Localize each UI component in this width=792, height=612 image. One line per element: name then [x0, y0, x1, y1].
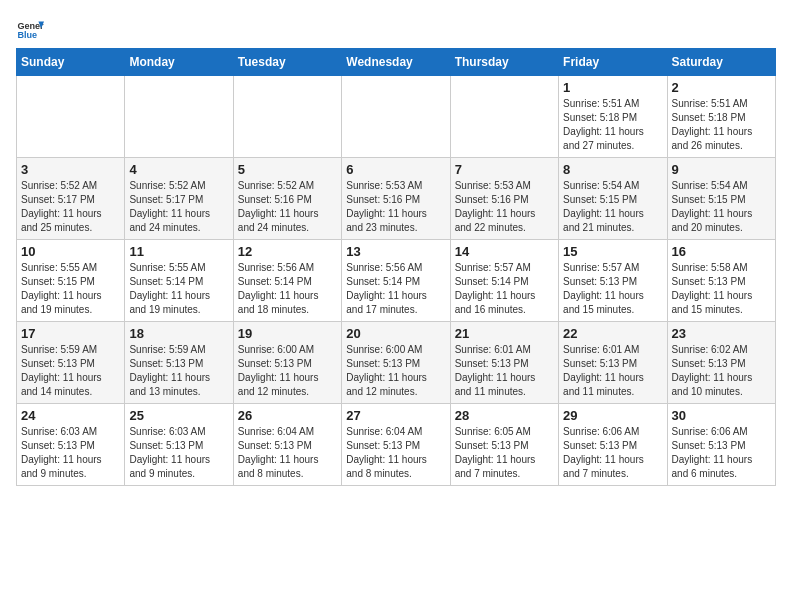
day-info: Sunrise: 5:55 AMSunset: 5:14 PMDaylight:… — [129, 261, 228, 317]
day-cell: 21Sunrise: 6:01 AMSunset: 5:13 PMDayligh… — [450, 322, 558, 404]
day-number: 10 — [21, 244, 120, 259]
day-cell: 8Sunrise: 5:54 AMSunset: 5:15 PMDaylight… — [559, 158, 667, 240]
logo: General Blue — [16, 16, 44, 44]
day-cell: 22Sunrise: 6:01 AMSunset: 5:13 PMDayligh… — [559, 322, 667, 404]
day-cell: 30Sunrise: 6:06 AMSunset: 5:13 PMDayligh… — [667, 404, 775, 486]
day-cell: 17Sunrise: 5:59 AMSunset: 5:13 PMDayligh… — [17, 322, 125, 404]
day-info: Sunrise: 5:57 AMSunset: 5:14 PMDaylight:… — [455, 261, 554, 317]
col-header-sunday: Sunday — [17, 49, 125, 76]
calendar-table: SundayMondayTuesdayWednesdayThursdayFrid… — [16, 48, 776, 486]
day-cell: 14Sunrise: 5:57 AMSunset: 5:14 PMDayligh… — [450, 240, 558, 322]
day-cell: 29Sunrise: 6:06 AMSunset: 5:13 PMDayligh… — [559, 404, 667, 486]
day-number: 20 — [346, 326, 445, 341]
day-info: Sunrise: 5:53 AMSunset: 5:16 PMDaylight:… — [346, 179, 445, 235]
day-number: 30 — [672, 408, 771, 423]
day-info: Sunrise: 6:00 AMSunset: 5:13 PMDaylight:… — [238, 343, 337, 399]
day-cell — [125, 76, 233, 158]
day-cell: 24Sunrise: 6:03 AMSunset: 5:13 PMDayligh… — [17, 404, 125, 486]
day-cell: 4Sunrise: 5:52 AMSunset: 5:17 PMDaylight… — [125, 158, 233, 240]
day-number: 6 — [346, 162, 445, 177]
day-info: Sunrise: 5:54 AMSunset: 5:15 PMDaylight:… — [672, 179, 771, 235]
day-info: Sunrise: 5:52 AMSunset: 5:16 PMDaylight:… — [238, 179, 337, 235]
week-row-3: 17Sunrise: 5:59 AMSunset: 5:13 PMDayligh… — [17, 322, 776, 404]
svg-text:Blue: Blue — [17, 30, 37, 40]
day-number: 13 — [346, 244, 445, 259]
week-row-2: 10Sunrise: 5:55 AMSunset: 5:15 PMDayligh… — [17, 240, 776, 322]
day-info: Sunrise: 5:59 AMSunset: 5:13 PMDaylight:… — [21, 343, 120, 399]
day-number: 3 — [21, 162, 120, 177]
day-info: Sunrise: 5:51 AMSunset: 5:18 PMDaylight:… — [563, 97, 662, 153]
day-cell: 11Sunrise: 5:55 AMSunset: 5:14 PMDayligh… — [125, 240, 233, 322]
day-number: 16 — [672, 244, 771, 259]
day-number: 24 — [21, 408, 120, 423]
logo-icon: General Blue — [16, 16, 44, 44]
day-info: Sunrise: 6:02 AMSunset: 5:13 PMDaylight:… — [672, 343, 771, 399]
day-cell: 3Sunrise: 5:52 AMSunset: 5:17 PMDaylight… — [17, 158, 125, 240]
col-header-wednesday: Wednesday — [342, 49, 450, 76]
day-info: Sunrise: 5:58 AMSunset: 5:13 PMDaylight:… — [672, 261, 771, 317]
day-cell — [450, 76, 558, 158]
day-number: 1 — [563, 80, 662, 95]
day-info: Sunrise: 6:06 AMSunset: 5:13 PMDaylight:… — [563, 425, 662, 481]
day-cell — [17, 76, 125, 158]
day-info: Sunrise: 5:51 AMSunset: 5:18 PMDaylight:… — [672, 97, 771, 153]
day-number: 27 — [346, 408, 445, 423]
day-number: 17 — [21, 326, 120, 341]
day-number: 11 — [129, 244, 228, 259]
header: General Blue — [16, 16, 776, 44]
day-info: Sunrise: 5:54 AMSunset: 5:15 PMDaylight:… — [563, 179, 662, 235]
col-header-friday: Friday — [559, 49, 667, 76]
day-cell — [342, 76, 450, 158]
day-cell: 1Sunrise: 5:51 AMSunset: 5:18 PMDaylight… — [559, 76, 667, 158]
day-number: 5 — [238, 162, 337, 177]
week-row-4: 24Sunrise: 6:03 AMSunset: 5:13 PMDayligh… — [17, 404, 776, 486]
day-cell: 19Sunrise: 6:00 AMSunset: 5:13 PMDayligh… — [233, 322, 341, 404]
day-info: Sunrise: 5:55 AMSunset: 5:15 PMDaylight:… — [21, 261, 120, 317]
page-container: General Blue SundayMondayTuesdayWednesda… — [16, 16, 776, 486]
day-cell: 23Sunrise: 6:02 AMSunset: 5:13 PMDayligh… — [667, 322, 775, 404]
day-cell: 10Sunrise: 5:55 AMSunset: 5:15 PMDayligh… — [17, 240, 125, 322]
day-number: 12 — [238, 244, 337, 259]
day-number: 14 — [455, 244, 554, 259]
day-info: Sunrise: 5:52 AMSunset: 5:17 PMDaylight:… — [129, 179, 228, 235]
day-cell: 5Sunrise: 5:52 AMSunset: 5:16 PMDaylight… — [233, 158, 341, 240]
day-cell — [233, 76, 341, 158]
week-row-0: 1Sunrise: 5:51 AMSunset: 5:18 PMDaylight… — [17, 76, 776, 158]
day-info: Sunrise: 5:56 AMSunset: 5:14 PMDaylight:… — [346, 261, 445, 317]
week-row-1: 3Sunrise: 5:52 AMSunset: 5:17 PMDaylight… — [17, 158, 776, 240]
day-cell: 9Sunrise: 5:54 AMSunset: 5:15 PMDaylight… — [667, 158, 775, 240]
day-info: Sunrise: 6:03 AMSunset: 5:13 PMDaylight:… — [129, 425, 228, 481]
day-number: 28 — [455, 408, 554, 423]
day-number: 26 — [238, 408, 337, 423]
day-info: Sunrise: 5:53 AMSunset: 5:16 PMDaylight:… — [455, 179, 554, 235]
day-info: Sunrise: 6:04 AMSunset: 5:13 PMDaylight:… — [238, 425, 337, 481]
day-number: 7 — [455, 162, 554, 177]
day-cell: 25Sunrise: 6:03 AMSunset: 5:13 PMDayligh… — [125, 404, 233, 486]
day-cell: 16Sunrise: 5:58 AMSunset: 5:13 PMDayligh… — [667, 240, 775, 322]
day-cell: 6Sunrise: 5:53 AMSunset: 5:16 PMDaylight… — [342, 158, 450, 240]
day-info: Sunrise: 6:01 AMSunset: 5:13 PMDaylight:… — [563, 343, 662, 399]
day-number: 2 — [672, 80, 771, 95]
day-number: 15 — [563, 244, 662, 259]
day-cell: 27Sunrise: 6:04 AMSunset: 5:13 PMDayligh… — [342, 404, 450, 486]
day-info: Sunrise: 6:04 AMSunset: 5:13 PMDaylight:… — [346, 425, 445, 481]
day-cell: 28Sunrise: 6:05 AMSunset: 5:13 PMDayligh… — [450, 404, 558, 486]
day-cell: 13Sunrise: 5:56 AMSunset: 5:14 PMDayligh… — [342, 240, 450, 322]
day-number: 18 — [129, 326, 228, 341]
day-cell: 18Sunrise: 5:59 AMSunset: 5:13 PMDayligh… — [125, 322, 233, 404]
col-header-monday: Monday — [125, 49, 233, 76]
day-number: 21 — [455, 326, 554, 341]
header-row: SundayMondayTuesdayWednesdayThursdayFrid… — [17, 49, 776, 76]
day-cell: 12Sunrise: 5:56 AMSunset: 5:14 PMDayligh… — [233, 240, 341, 322]
col-header-tuesday: Tuesday — [233, 49, 341, 76]
day-info: Sunrise: 5:57 AMSunset: 5:13 PMDaylight:… — [563, 261, 662, 317]
day-info: Sunrise: 6:01 AMSunset: 5:13 PMDaylight:… — [455, 343, 554, 399]
day-info: Sunrise: 6:03 AMSunset: 5:13 PMDaylight:… — [21, 425, 120, 481]
day-number: 4 — [129, 162, 228, 177]
col-header-saturday: Saturday — [667, 49, 775, 76]
day-info: Sunrise: 5:56 AMSunset: 5:14 PMDaylight:… — [238, 261, 337, 317]
day-number: 19 — [238, 326, 337, 341]
day-cell: 2Sunrise: 5:51 AMSunset: 5:18 PMDaylight… — [667, 76, 775, 158]
col-header-thursday: Thursday — [450, 49, 558, 76]
day-info: Sunrise: 5:59 AMSunset: 5:13 PMDaylight:… — [129, 343, 228, 399]
